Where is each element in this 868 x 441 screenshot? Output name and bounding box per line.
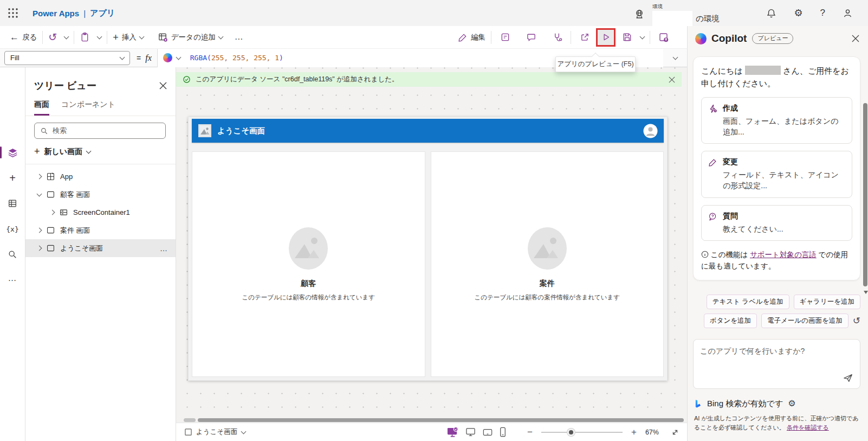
pencil-icon bbox=[708, 158, 717, 191]
zoom-out-button[interactable]: − bbox=[527, 427, 533, 438]
zoom-in-button[interactable]: + bbox=[631, 427, 637, 438]
table-card-customer[interactable]: 顧客 このテーブルには顧客の情報が含まれています bbox=[192, 151, 425, 377]
suggestion-description: 教えてください... bbox=[723, 223, 783, 234]
notification-close-icon[interactable] bbox=[669, 76, 675, 83]
vertical-scrollbar[interactable] bbox=[863, 103, 867, 286]
app-icon bbox=[46, 172, 55, 181]
phone-preview-button[interactable] bbox=[500, 427, 506, 437]
formula-bar-expand-button[interactable] bbox=[663, 57, 687, 59]
help-icon[interactable]: ? bbox=[820, 8, 825, 18]
plus-icon: + bbox=[113, 33, 119, 42]
tree-item-label: 顧客 画面 bbox=[60, 190, 90, 200]
supported-languages-link[interactable]: サポート対象の言語 bbox=[750, 251, 817, 259]
tree-item-label: App bbox=[60, 172, 73, 181]
scrollbar-down-arrow-icon[interactable] bbox=[864, 291, 868, 294]
screen-selector[interactable]: ようこそ画面 bbox=[185, 427, 245, 437]
settings-gear-icon[interactable]: ⚙ bbox=[794, 8, 802, 18]
notification-text: このアプリにデータ ソース "cr6df_table119s" が追加されました… bbox=[196, 75, 399, 84]
chip-add-gallery[interactable]: ギャラリーを追加 bbox=[794, 295, 860, 309]
tree-item-case-screen[interactable]: 案件 画面 bbox=[25, 221, 176, 239]
bing-settings-gear-icon[interactable]: ⚙ bbox=[788, 399, 795, 408]
tab-components[interactable]: コンポーネント bbox=[61, 100, 115, 116]
rail-item-variables[interactable]: {x} bbox=[0, 221, 25, 237]
app-launcher-waffle-icon[interactable] bbox=[8, 8, 18, 18]
chip-add-email-screen[interactable]: 電子メールの画面を追加 bbox=[761, 314, 848, 328]
paste-button[interactable] bbox=[80, 32, 90, 42]
rail-item-tree-view[interactable] bbox=[0, 144, 25, 161]
horizontal-scrollbar-track[interactable] bbox=[184, 418, 196, 422]
environment-switcher[interactable]: 環境 の環境 bbox=[634, 3, 720, 26]
copilot-close-icon[interactable] bbox=[852, 35, 859, 42]
share-button[interactable] bbox=[576, 29, 593, 46]
table-card-case[interactable]: 案件 このテーブルには顧客の案件情報が含まれています bbox=[431, 151, 664, 377]
save-button[interactable] bbox=[619, 29, 635, 46]
chip-add-button[interactable]: ボタンを追加 bbox=[704, 314, 757, 328]
tree-item-screen-container[interactable]: ScreenContainer1 bbox=[25, 203, 176, 221]
paste-menu-button[interactable] bbox=[98, 36, 101, 39]
publish-button[interactable] bbox=[656, 29, 672, 46]
horizontal-scrollbar[interactable] bbox=[198, 418, 684, 422]
play-icon bbox=[601, 33, 611, 42]
back-button[interactable]: ← 戻る bbox=[10, 32, 37, 43]
tree-item-app[interactable]: App bbox=[25, 168, 176, 186]
suggestion-create[interactable]: 作成 画面、フォーム、またはボタンの追加... bbox=[701, 97, 852, 144]
welcome-screen-header[interactable]: ようこそ画面 bbox=[192, 119, 664, 143]
undo-menu-button[interactable] bbox=[64, 36, 68, 39]
image-placeholder-icon bbox=[527, 227, 567, 270]
property-name: Fill bbox=[10, 54, 20, 62]
zoom-slider-thumb[interactable] bbox=[567, 429, 575, 436]
tree-item-customer-screen[interactable]: 顧客 画面 bbox=[25, 186, 176, 203]
copilot-title: Copilot bbox=[711, 33, 747, 44]
app-canvas[interactable]: ようこそ画面 顧客 このテーブルには顧客の情報が含まれています 案件 このテーブ… bbox=[188, 117, 668, 381]
tab-screens[interactable]: 画面 bbox=[34, 100, 49, 116]
terms-link[interactable]: 条件を確認する bbox=[787, 424, 829, 431]
preview-tooltip: アプリのプレビュー (F5) bbox=[555, 56, 636, 72]
zoom-slider[interactable] bbox=[541, 432, 623, 433]
save-menu-button[interactable] bbox=[640, 36, 644, 39]
suggestion-question[interactable]: 質問 教えてください... bbox=[701, 205, 852, 241]
notifications-bell-icon[interactable] bbox=[766, 8, 776, 18]
formula-copilot-menu-chevron-icon[interactable] bbox=[176, 54, 181, 60]
rail-item-search[interactable] bbox=[0, 246, 25, 263]
tree-view-close-icon[interactable] bbox=[159, 82, 167, 90]
insert-button[interactable]: + 挿入 bbox=[113, 33, 144, 42]
formula-copilot-icon[interactable] bbox=[163, 53, 172, 62]
suggestion-modify[interactable]: 変更 フィールド、テキスト、アイコンの形式設定... bbox=[701, 151, 852, 198]
app-header: Power Apps | アプリ 環境 の環境 ⚙ ? bbox=[0, 0, 868, 26]
property-selector[interactable]: Fill bbox=[4, 51, 130, 65]
copilot-chat-input[interactable]: このアプリで何を行いますか? bbox=[693, 339, 860, 389]
add-data-button[interactable]: データの追加 bbox=[158, 32, 223, 42]
toolbar-overflow-button[interactable]: … bbox=[235, 35, 244, 39]
new-screen-button[interactable]: + 新しい画面 bbox=[34, 146, 167, 157]
undo-button[interactable]: ↺ bbox=[48, 32, 57, 42]
chip-add-text-label[interactable]: テキスト ラベルを追加 bbox=[707, 295, 789, 309]
edit-button[interactable]: 編集 bbox=[458, 33, 485, 42]
back-label: 戻る bbox=[22, 33, 37, 42]
image-placeholder-icon bbox=[198, 124, 212, 138]
rail-item-more[interactable]: … bbox=[0, 270, 25, 286]
suggestion-description: 画面、フォーム、またはボタンの追加... bbox=[723, 116, 845, 138]
preview-app-button[interactable] bbox=[596, 28, 616, 47]
rail-item-insert[interactable]: + bbox=[0, 170, 25, 186]
brand-power-apps[interactable]: Power Apps bbox=[33, 9, 79, 18]
rail-item-data[interactable] bbox=[0, 195, 25, 212]
app-checker-button[interactable] bbox=[549, 29, 565, 46]
desktop-preview-active-button[interactable] bbox=[447, 427, 458, 438]
copilot-greeting: こんにちは さん、ご用件をお申し付けください。 bbox=[701, 65, 852, 90]
tree-item-welcome-screen[interactable]: ようこそ画面 … bbox=[25, 239, 176, 257]
screen-icon bbox=[46, 190, 55, 199]
tree-item-more-icon[interactable]: … bbox=[160, 244, 168, 253]
send-icon[interactable] bbox=[843, 373, 853, 383]
fit-to-window-icon[interactable] bbox=[671, 428, 679, 437]
app-notes-button[interactable] bbox=[497, 29, 513, 46]
tablet-preview-button[interactable] bbox=[483, 429, 493, 436]
monitor-preview-button[interactable] bbox=[465, 427, 476, 437]
tree-search-input[interactable]: 検索 bbox=[34, 123, 166, 139]
plus-icon: + bbox=[34, 146, 40, 157]
refresh-suggestions-icon[interactable]: ↺ bbox=[853, 316, 860, 325]
power-apps-studio: Power Apps | アプリ 環境 の環境 ⚙ ? bbox=[0, 0, 868, 441]
avatar-icon[interactable] bbox=[643, 124, 658, 138]
account-person-icon[interactable] bbox=[843, 8, 853, 18]
zoom-level: 67% bbox=[645, 429, 659, 436]
comments-button[interactable] bbox=[523, 29, 539, 46]
